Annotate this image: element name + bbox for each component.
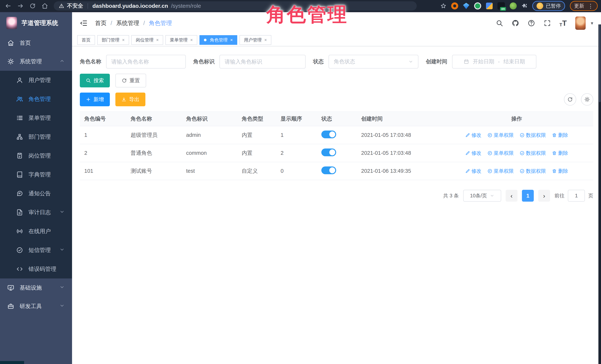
- edit-action[interactable]: 修改: [465, 168, 481, 174]
- bookmark-star-icon[interactable]: [441, 3, 446, 9]
- home-icon[interactable]: [41, 2, 49, 10]
- page-size-select[interactable]: 10条/页: [463, 190, 501, 202]
- cell-role-key: common: [182, 144, 237, 162]
- tab-roles-active[interactable]: 角色管理 ×: [200, 35, 237, 45]
- extension-monkey-icon[interactable]: [510, 2, 517, 10]
- next-page-button[interactable]: ›: [538, 190, 550, 202]
- data-permission-action[interactable]: 数据权限: [520, 132, 546, 138]
- breadcrumb-system[interactable]: 系统管理: [116, 19, 139, 27]
- forward-icon[interactable]: [16, 2, 24, 10]
- role-name-field[interactable]: [106, 55, 186, 69]
- url-path[interactable]: /system/role: [171, 3, 201, 9]
- header-role-type: 角色类型: [237, 112, 276, 126]
- fullscreen-icon[interactable]: [544, 20, 551, 27]
- data-permission-action[interactable]: 数据权限: [520, 168, 546, 174]
- sidebar-item-dictionary[interactable]: 字典管理: [0, 165, 72, 184]
- sidebar-item-sms[interactable]: 短信管理: [0, 241, 72, 260]
- tab-departments[interactable]: 部门管理 ×: [97, 35, 129, 45]
- role-name-input[interactable]: [111, 59, 180, 65]
- extensions-puzzle-icon[interactable]: [521, 3, 528, 9]
- role-key-input[interactable]: [225, 59, 300, 65]
- current-page-button[interactable]: 1: [522, 190, 534, 202]
- cell-role-id: 2: [80, 144, 126, 162]
- address-bar[interactable]: 不安全 dashboard.yudao.iocoder.cn /system/r…: [54, 1, 417, 10]
- tab-home[interactable]: 首页: [77, 35, 95, 45]
- sidebar-item-error-codes[interactable]: 错误码管理: [0, 260, 72, 278]
- edit-action[interactable]: 修改: [465, 150, 481, 157]
- status-toggle-on[interactable]: [321, 167, 336, 174]
- extension-grid-icon[interactable]: [486, 3, 493, 9]
- sidebar-item-menus[interactable]: 菜单管理: [0, 108, 72, 127]
- sidebar-fold-icon[interactable]: [80, 19, 88, 27]
- sidebar-item-online-users[interactable]: 在线用户: [0, 222, 72, 241]
- close-icon[interactable]: ×: [156, 37, 159, 43]
- sidebar-item-home[interactable]: 首页: [0, 34, 72, 52]
- close-icon[interactable]: ×: [230, 37, 233, 43]
- search-icon[interactable]: [496, 20, 503, 27]
- scrollbar-thumb[interactable]: [599, 24, 601, 102]
- breadcrumb-home[interactable]: 首页: [95, 19, 107, 27]
- menu-permission-action[interactable]: 菜单权限: [488, 132, 514, 138]
- sidebar-item-notices[interactable]: 通知公告: [0, 184, 72, 203]
- url-host[interactable]: dashboard.yudao.iocoder.cn: [92, 3, 168, 9]
- extension-gem-icon[interactable]: [463, 3, 469, 9]
- sidebar-item-system[interactable]: 系统管理: [0, 52, 72, 71]
- reset-button[interactable]: 重置: [115, 74, 146, 87]
- github-icon[interactable]: [512, 20, 519, 27]
- sidebar-item-roles[interactable]: 角色管理: [0, 90, 72, 108]
- refresh-table-button[interactable]: [564, 93, 576, 106]
- status-toggle-on[interactable]: [321, 148, 336, 156]
- tab-menus[interactable]: 菜单管理 ×: [165, 35, 197, 45]
- sidebar-item-infrastructure[interactable]: 基础设施: [0, 278, 72, 297]
- date-range-picker[interactable]: 开始日期 - 结束日期: [452, 55, 536, 69]
- close-icon[interactable]: ×: [264, 37, 267, 43]
- tab-posts[interactable]: 岗位管理 ×: [131, 35, 163, 45]
- edit-action[interactable]: 修改: [465, 132, 481, 138]
- sidebar-item-label: 岗位管理: [29, 152, 51, 160]
- role-key-field[interactable]: [220, 55, 306, 69]
- profile-paused-pill[interactable]: 已暂停: [532, 1, 565, 11]
- extension-green-icon[interactable]: [474, 2, 481, 10]
- close-icon[interactable]: ×: [122, 37, 125, 43]
- update-pill[interactable]: 更新 ⋮: [570, 1, 598, 11]
- delete-action[interactable]: 删除: [552, 132, 568, 138]
- status-select[interactable]: 角色状态: [329, 55, 418, 69]
- menu-permission-action[interactable]: 菜单权限: [488, 150, 514, 157]
- cell-created: 2021-01-05 17:03:48: [357, 126, 440, 144]
- chevron-down-icon: [490, 194, 494, 198]
- prev-page-button[interactable]: ‹: [506, 190, 518, 202]
- chrome-menu-icon[interactable]: ⋮: [588, 3, 593, 9]
- calendar-icon: [464, 59, 469, 64]
- delete-action[interactable]: 删除: [552, 150, 568, 157]
- sidebar-item-audit-log[interactable]: 审计日志: [0, 203, 72, 222]
- add-button[interactable]: 新增: [80, 93, 110, 106]
- help-icon[interactable]: [528, 20, 535, 27]
- app-logo[interactable]: 芋道管理系统: [0, 12, 72, 34]
- status-toggle-on[interactable]: [321, 130, 336, 138]
- font-size-icon[interactable]: TT: [560, 19, 567, 27]
- sidebar-item-users[interactable]: 用户管理: [0, 71, 72, 90]
- back-icon[interactable]: [4, 2, 12, 10]
- search-button[interactable]: 搜索: [80, 74, 110, 87]
- menu-permission-action[interactable]: 菜单权限: [488, 168, 514, 174]
- paused-label: 已暂停: [546, 3, 561, 9]
- extension-orange-icon[interactable]: [451, 2, 458, 10]
- extension-dark-icon[interactable]: on: [498, 2, 505, 10]
- sidebar-item-dev-tools[interactable]: 研发工具: [0, 297, 72, 315]
- export-button[interactable]: 导出: [115, 93, 145, 106]
- row-actions: 修改 菜单权限 数据权限 删除: [444, 132, 589, 138]
- reload-icon[interactable]: [29, 2, 37, 10]
- data-permission-action[interactable]: 数据权限: [520, 150, 546, 157]
- goto-page-input[interactable]: [568, 190, 585, 202]
- avatar-caret-icon[interactable]: ▾: [591, 20, 593, 26]
- close-icon[interactable]: ×: [190, 37, 193, 43]
- page-scrollbar[interactable]: [598, 24, 601, 364]
- reset-button-label: 重置: [130, 77, 140, 84]
- sidebar-item-posts[interactable]: 岗位管理: [0, 146, 72, 165]
- sidebar-item-departments[interactable]: 部门管理: [0, 127, 72, 146]
- delete-action[interactable]: 删除: [552, 168, 568, 174]
- tab-users[interactable]: 用户管理 ×: [240, 35, 271, 45]
- insecure-label[interactable]: 不安全: [67, 2, 83, 10]
- column-settings-button[interactable]: [581, 93, 593, 106]
- user-avatar[interactable]: [575, 17, 586, 30]
